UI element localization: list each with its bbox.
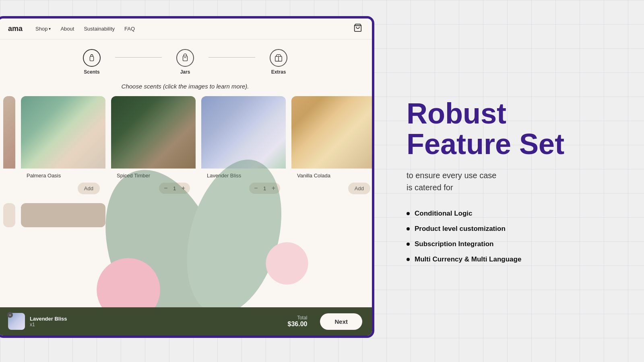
- feature-item-1: Product level customization: [407, 225, 620, 233]
- browser-frame: ama Shop ▾ About Sustainability FAQ: [0, 16, 374, 338]
- nav-link-sustainability[interactable]: Sustainability: [84, 26, 115, 32]
- step-line-2: [208, 57, 255, 58]
- footer-thumbnail-wrapper: ×: [8, 313, 25, 330]
- step-extras[interactable]: Extras: [255, 49, 302, 75]
- right-panel: Robust Feature Set to ensure every use c…: [382, 82, 644, 279]
- next-button[interactable]: Next: [320, 313, 362, 330]
- partial-card-row2: [3, 203, 15, 227]
- jars-icon: [176, 49, 194, 67]
- feature-title: Robust Feature Set: [407, 99, 620, 159]
- svg-rect-3: [183, 56, 188, 61]
- bullet-icon-2: [407, 243, 410, 246]
- nav-link-shop[interactable]: Shop ▾: [35, 26, 51, 32]
- svg-point-6: [84, 154, 105, 199]
- product-image-palmera: [21, 96, 105, 169]
- nav-link-faq[interactable]: FAQ: [124, 26, 135, 32]
- svg-rect-1: [90, 56, 93, 61]
- feature-list: Conditional Logic Product level customiz…: [407, 210, 620, 263]
- nav-logo: ama: [8, 25, 23, 33]
- footer-product-name: Lavender Bliss: [30, 316, 67, 322]
- instructions-text: Choose scents (click the images to learn…: [0, 81, 372, 96]
- bullet-icon-0: [407, 212, 410, 215]
- footer-bar: × Lavender Bliss x1 Total $36.00 Next: [0, 307, 372, 335]
- footer-product-qty: x1: [30, 322, 67, 327]
- bullet-icon-1: [407, 227, 410, 230]
- chevron-down-icon: ▾: [49, 27, 51, 31]
- step-line-1: [115, 57, 162, 58]
- nav-link-about[interactable]: About: [60, 26, 74, 32]
- product-card-palmera[interactable]: Palmera Oasis Add: [21, 96, 105, 199]
- extras-icon: [270, 49, 287, 67]
- bullet-icon-3: [407, 258, 410, 261]
- step-jars[interactable]: Jars: [162, 49, 208, 75]
- footer-total: Total $36.00: [288, 315, 308, 328]
- footer-total-label: Total: [297, 315, 307, 321]
- feature-item-0: Conditional Logic: [407, 210, 620, 218]
- step-scents-label: Scents: [84, 69, 99, 75]
- partial-card: [3, 96, 15, 199]
- feature-item-2: Subscription Integration: [407, 240, 620, 248]
- footer-selected-item: × Lavender Bliss x1: [8, 313, 67, 330]
- navigation: ama Shop ▾ About Sustainability FAQ: [0, 19, 372, 39]
- steps-container: Scents Jars: [0, 39, 372, 81]
- cart-icon[interactable]: [353, 23, 362, 34]
- scents-icon: [83, 49, 101, 67]
- step-jars-label: Jars: [180, 69, 190, 75]
- step-scents[interactable]: Scents: [68, 49, 115, 75]
- steps: Scents Jars: [68, 49, 302, 75]
- feature-subtitle: to ensure every use case is catered for: [407, 169, 620, 193]
- footer-right: Total $36.00 Next: [288, 313, 362, 330]
- close-icon[interactable]: ×: [7, 312, 13, 318]
- footer-product-info: Lavender Bliss x1: [30, 316, 67, 327]
- browser-container: ama Shop ▾ About Sustainability FAQ: [0, 16, 382, 346]
- feature-item-3: Multi Currency & Multi Language: [407, 255, 620, 263]
- products-grid: Palmera Oasis Add Spiced Timber − 1 +: [0, 96, 372, 199]
- footer-total-amount: $36.00: [288, 321, 308, 328]
- step-extras-label: Extras: [271, 69, 286, 75]
